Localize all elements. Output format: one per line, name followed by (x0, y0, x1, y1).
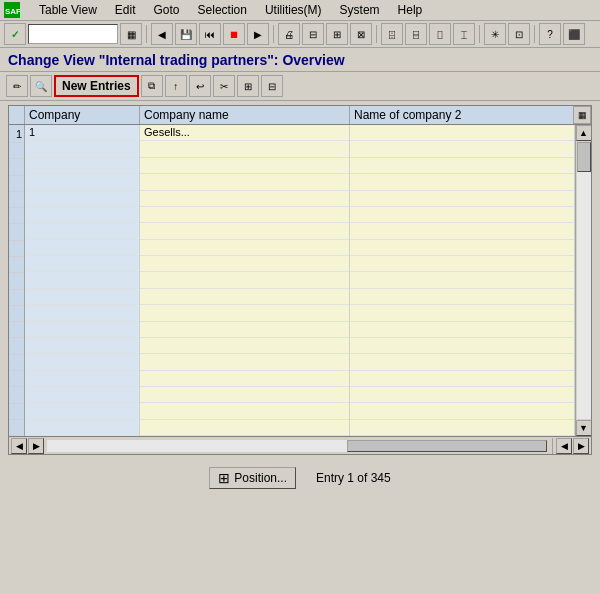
table-row[interactable] (350, 403, 574, 419)
table-row[interactable]: Gesells... (140, 125, 349, 141)
table-row[interactable] (350, 191, 574, 207)
table-row[interactable] (140, 338, 349, 354)
table-row[interactable] (350, 240, 574, 256)
table-row[interactable] (140, 371, 349, 387)
table-row[interactable] (25, 354, 139, 370)
nav-first-button[interactable]: ⏮ (199, 23, 221, 45)
tb-btn-8[interactable]: ⌹ (381, 23, 403, 45)
table-row[interactable] (25, 272, 139, 288)
details-button[interactable]: 🔍 (30, 75, 52, 97)
delete-button[interactable]: ✂ (213, 75, 235, 97)
table-row[interactable] (350, 272, 574, 288)
table-row[interactable] (25, 158, 139, 174)
table-row[interactable] (350, 207, 574, 223)
table-row[interactable] (25, 371, 139, 387)
table-row[interactable] (140, 141, 349, 157)
table-row[interactable] (25, 305, 139, 321)
save-button[interactable]: 💾 (175, 23, 197, 45)
tb-btn-6[interactable]: ⊞ (326, 23, 348, 45)
tb-btn-12[interactable]: ✳ (484, 23, 506, 45)
table-row[interactable] (350, 354, 574, 370)
table-row[interactable]: 1 (25, 125, 139, 141)
table-row[interactable] (350, 174, 574, 190)
menu-help[interactable]: Help (395, 2, 426, 18)
horizontal-scrollbar[interactable]: ◀ ▶ ◀ ▶ (9, 436, 591, 454)
tb2-btn-2[interactable]: ⊟ (261, 75, 283, 97)
table-row[interactable] (350, 141, 574, 157)
table-row[interactable] (25, 256, 139, 272)
scroll-track[interactable] (577, 142, 591, 419)
table-row[interactable] (140, 256, 349, 272)
confirm-button[interactable]: ✓ (4, 23, 26, 45)
scroll-thumb[interactable] (577, 142, 591, 172)
menu-goto[interactable]: Goto (151, 2, 183, 18)
table-row[interactable] (140, 354, 349, 370)
table-row[interactable] (140, 272, 349, 288)
undo-button[interactable]: ↩ (189, 75, 211, 97)
scroll-h-track[interactable] (47, 440, 547, 452)
table-row[interactable] (25, 420, 139, 436)
table-row[interactable] (140, 207, 349, 223)
tb-btn-10[interactable]: ⌷ (429, 23, 451, 45)
move-up-button[interactable]: ↑ (165, 75, 187, 97)
stop-button[interactable]: ⏹ (223, 23, 245, 45)
edit-mode-button[interactable]: ✏ (6, 75, 28, 97)
tb-btn-5[interactable]: ⊟ (302, 23, 324, 45)
scroll-h-thumb[interactable] (347, 440, 547, 452)
table-row[interactable] (25, 387, 139, 403)
table-row[interactable] (350, 420, 574, 436)
table-row[interactable] (25, 223, 139, 239)
table-row[interactable] (350, 305, 574, 321)
table-row[interactable] (350, 322, 574, 338)
table-row[interactable] (350, 289, 574, 305)
table-row[interactable] (350, 338, 574, 354)
scroll-right-button[interactable]: ▶ (28, 438, 44, 454)
table-row[interactable] (25, 240, 139, 256)
table-row[interactable] (140, 420, 349, 436)
copy-button[interactable]: ⧉ (141, 75, 163, 97)
calendar-button[interactable]: ▦ (120, 23, 142, 45)
new-entries-button[interactable]: New Entries (54, 75, 139, 97)
table-row[interactable] (140, 289, 349, 305)
menu-utilities[interactable]: Utilities(M) (262, 2, 325, 18)
table-row[interactable] (140, 322, 349, 338)
tb-btn-13[interactable]: ⊡ (508, 23, 530, 45)
scroll-down-button[interactable]: ▼ (576, 420, 592, 436)
table-row[interactable] (25, 191, 139, 207)
table-row[interactable] (140, 158, 349, 174)
column-settings-button[interactable]: ▦ (573, 106, 591, 124)
tb-btn-14[interactable]: ⬛ (563, 23, 585, 45)
scroll-right3-button[interactable]: ▶ (573, 438, 589, 454)
table-row[interactable] (25, 207, 139, 223)
table-row[interactable] (25, 141, 139, 157)
table-row[interactable] (350, 371, 574, 387)
table-row[interactable] (25, 174, 139, 190)
nav-back-button[interactable]: ◀ (151, 23, 173, 45)
tb-btn-9[interactable]: ⌸ (405, 23, 427, 45)
table-row[interactable] (350, 158, 574, 174)
menu-selection[interactable]: Selection (195, 2, 250, 18)
tb-btn-7[interactable]: ⊠ (350, 23, 372, 45)
table-row[interactable] (140, 403, 349, 419)
print-button[interactable]: 🖨 (278, 23, 300, 45)
menu-system[interactable]: System (337, 2, 383, 18)
table-row[interactable] (350, 387, 574, 403)
tb2-btn-1[interactable]: ⊞ (237, 75, 259, 97)
table-row[interactable] (25, 322, 139, 338)
tb-btn-11[interactable]: ⌶ (453, 23, 475, 45)
scroll-up-button[interactable]: ▲ (576, 125, 592, 141)
table-row[interactable] (140, 387, 349, 403)
table-row[interactable] (350, 125, 574, 141)
nav-forward-button[interactable]: ▶ (247, 23, 269, 45)
table-row[interactable] (140, 174, 349, 190)
table-row[interactable] (25, 403, 139, 419)
table-row[interactable] (140, 240, 349, 256)
table-row[interactable] (25, 289, 139, 305)
vertical-scrollbar[interactable]: ▲ ▼ (575, 125, 591, 436)
table-row[interactable] (350, 256, 574, 272)
table-row[interactable] (350, 223, 574, 239)
command-input[interactable] (28, 24, 118, 44)
position-button[interactable]: ⊞ Position... (209, 467, 296, 489)
table-row[interactable] (140, 191, 349, 207)
table-row[interactable] (140, 223, 349, 239)
